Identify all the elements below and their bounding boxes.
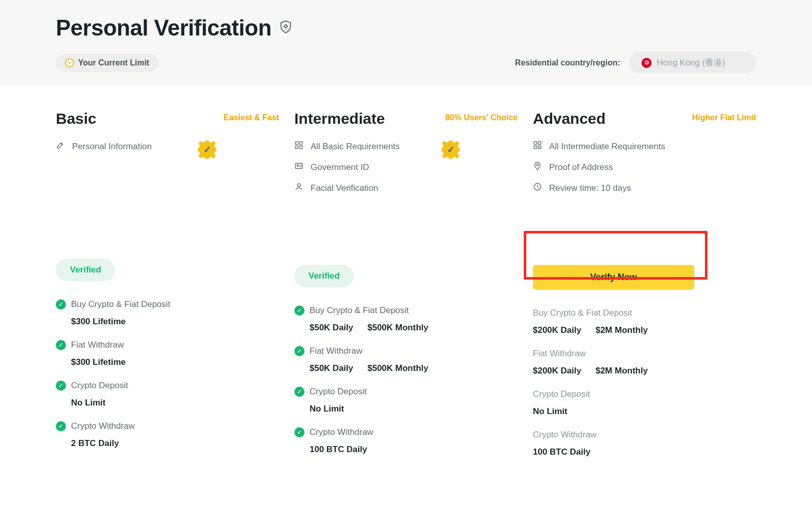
limit-title: Fiat Withdraw — [310, 346, 362, 356]
tier-basic: Basic Easiest & Fast Personal Informatio… — [56, 110, 294, 457]
check-icon: ✓ — [56, 299, 66, 310]
hk-flag-icon — [641, 58, 652, 68]
req-facial-verification: Facial Verification — [294, 182, 518, 194]
tier-intermediate-tag: 80% Users' Choice — [445, 110, 518, 122]
req-label: All Basic Requirements — [311, 142, 400, 152]
verification-header: Personal Verification Your Current Limit… — [0, 0, 812, 86]
limit-basic-crypto-withdraw: ✓Crypto Withdraw 2 BTC Daily — [56, 421, 279, 449]
tier-basic-title: Basic — [56, 110, 96, 127]
svg-rect-8 — [538, 142, 541, 144]
limit-value: No Limit — [310, 404, 344, 414]
limit-title: Crypto Deposit — [533, 389, 590, 399]
current-limit-pill[interactable]: Your Current Limit — [56, 54, 158, 72]
req-review-time: Review time: 10 days — [533, 182, 756, 194]
req-all-basic: All Basic Requirements — [294, 141, 518, 152]
check-icon: ✓ — [56, 381, 66, 391]
map-pin-icon — [533, 161, 542, 173]
tier-intermediate: Intermediate 80% Users' Choice All Basic… — [294, 110, 533, 457]
limit-title: Fiat Withdraw — [533, 349, 586, 359]
limit-value: $300 Lifetime — [71, 357, 126, 367]
tier-advanced-title: Advanced — [533, 110, 605, 127]
limit-intermediate-buy: ✓Buy Crypto & Fiat Deposit $50K Daily$50… — [294, 305, 518, 333]
svg-rect-9 — [534, 146, 536, 149]
clock-icon — [533, 182, 542, 194]
req-label: Facial Verification — [311, 183, 378, 193]
limit-intermediate-crypto-deposit: ✓Crypto Deposit No Limit — [294, 387, 518, 414]
tier-intermediate-title: Intermediate — [294, 110, 385, 127]
limit-title: Fiat Withdraw — [71, 340, 124, 350]
id-card-icon — [294, 161, 303, 173]
intermediate-status-verified: Verified — [294, 265, 354, 287]
limit-value: No Limit — [533, 406, 567, 417]
check-icon: ✓ — [294, 387, 304, 397]
req-label: Personal Information — [72, 142, 152, 152]
limit-value: $50K Daily — [310, 363, 353, 373]
edit-icon — [56, 141, 65, 152]
svg-rect-2 — [295, 146, 298, 149]
limit-value: 2 BTC Daily — [71, 438, 119, 449]
req-label: Government ID — [311, 162, 369, 173]
limit-basic-crypto-deposit: ✓Crypto Deposit No Limit — [56, 381, 279, 408]
grid-icon — [294, 141, 303, 152]
req-government-id: Government ID — [294, 161, 518, 173]
limit-title: Crypto Withdraw — [71, 421, 135, 431]
svg-rect-4 — [295, 163, 302, 169]
check-icon: ✓ — [56, 421, 66, 431]
region-label: Residential country/region: — [515, 58, 620, 67]
svg-rect-1 — [300, 142, 302, 144]
verified-seal-icon: ✓ — [442, 141, 460, 159]
limit-title: Crypto Deposit — [310, 387, 366, 397]
check-icon: ✓ — [294, 346, 304, 356]
limit-intermediate-fiat-withdraw: ✓Fiat Withdraw $50K Daily$500K Monthly — [294, 346, 518, 373]
req-all-intermediate: All Intermediate Requirements — [533, 141, 756, 152]
limit-value: $500K Monthly — [367, 323, 428, 333]
limit-advanced-buy: Buy Crypto & Fiat Deposit $200K Daily$2M… — [533, 308, 756, 335]
limit-advanced-crypto-deposit: Crypto Deposit No Limit — [533, 389, 756, 417]
svg-rect-0 — [295, 142, 298, 144]
svg-point-11 — [536, 164, 538, 166]
limit-value: $200K Daily — [533, 366, 581, 376]
svg-rect-10 — [538, 146, 541, 149]
limit-value: $300 Lifetime — [71, 317, 126, 327]
limit-basic-buy: ✓Buy Crypto & Fiat Deposit $300 Lifetime — [56, 299, 279, 327]
svg-rect-3 — [300, 146, 302, 149]
tier-advanced-tag: Higher Fiat Limit — [692, 110, 756, 122]
limit-value: No Limit — [71, 398, 106, 408]
svg-point-6 — [297, 184, 300, 187]
limit-title: Crypto Withdraw — [310, 427, 374, 437]
limit-value: $500K Monthly — [367, 363, 428, 373]
limit-value: 100 BTC Daily — [310, 445, 367, 455]
limit-dot-icon — [65, 58, 74, 67]
region-selector[interactable]: Hong Kong (香港) — [629, 52, 756, 74]
tier-basic-tag: Easiest & Fast — [224, 110, 279, 122]
limit-advanced-fiat-withdraw: Fiat Withdraw $200K Daily$2M Monthly — [533, 349, 756, 376]
check-icon: ✓ — [294, 305, 304, 316]
limit-title: Buy Crypto & Fiat Deposit — [533, 308, 632, 318]
basic-status-verified: Verified — [56, 259, 115, 281]
grid-icon — [533, 141, 542, 152]
req-proof-address: Proof of Address — [533, 161, 756, 173]
limit-value: $50K Daily — [310, 323, 353, 333]
limit-title: Buy Crypto & Fiat Deposit — [310, 305, 409, 316]
req-personal-info: Personal Information — [56, 141, 279, 152]
limit-advanced-crypto-withdraw: Crypto Withdraw 100 BTC Daily — [533, 430, 756, 457]
limit-basic-fiat-withdraw: ✓Fiat Withdraw $300 Lifetime — [56, 340, 279, 367]
limit-value: $200K Daily — [533, 325, 581, 335]
person-icon — [294, 182, 303, 194]
verification-tiers: Basic Easiest & Fast Personal Informatio… — [0, 86, 812, 477]
verified-seal-icon: ✓ — [198, 141, 216, 159]
check-icon: ✓ — [56, 340, 66, 350]
current-limit-label: Your Current Limit — [78, 58, 149, 67]
page-title: Personal Verification — [56, 15, 272, 41]
limit-intermediate-crypto-withdraw: ✓Crypto Withdraw 100 BTC Daily — [294, 427, 518, 455]
limit-title: Crypto Deposit — [71, 381, 128, 391]
limit-value: $2M Monthly — [595, 325, 648, 335]
req-label: All Intermediate Requirements — [549, 142, 665, 152]
req-label: Proof of Address — [549, 162, 613, 173]
req-label: Review time: 10 days — [549, 183, 631, 193]
limit-value: 100 BTC Daily — [533, 447, 590, 457]
region-value: Hong Kong (香港) — [657, 57, 725, 69]
verify-now-button[interactable]: Verify Now — [533, 265, 694, 290]
limit-title: Crypto Withdraw — [533, 430, 597, 440]
svg-rect-7 — [534, 142, 536, 144]
